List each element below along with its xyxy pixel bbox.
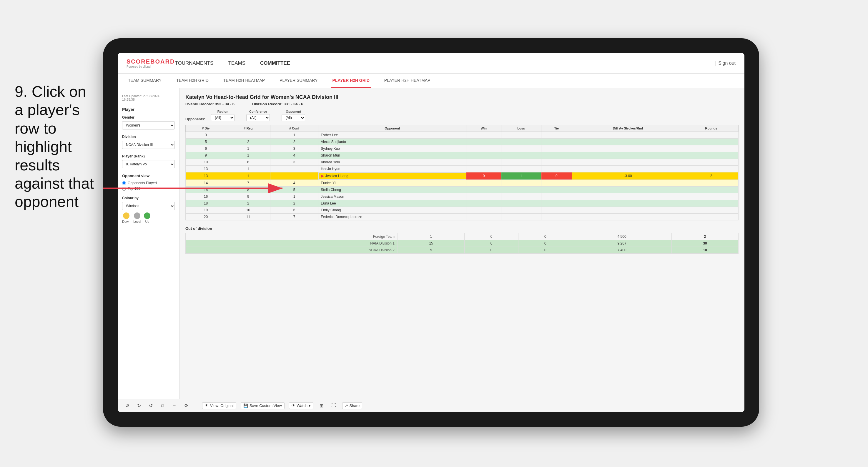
tab-team-summary[interactable]: TEAM SUMMARY xyxy=(126,73,163,88)
watch-button[interactable]: 👁 Watch ▾ xyxy=(289,402,313,409)
cell-reg: 1 xyxy=(226,166,270,173)
ood-rounds: 30 xyxy=(672,240,738,247)
cell-diff xyxy=(572,207,684,214)
tab-player-summary[interactable]: PLAYER SUMMARY xyxy=(278,73,319,88)
cell-opponent: Federica Domecq Lacroze xyxy=(318,214,466,220)
table-row[interactable]: 9 1 4 Sharon Mun xyxy=(186,152,739,159)
radio-opponents-played[interactable]: Opponents Played xyxy=(122,181,175,185)
cell-opponent: Stella Cheng xyxy=(318,187,466,193)
opponent-filter-select[interactable]: (All) xyxy=(282,114,305,121)
sync-button[interactable]: ⟳ xyxy=(183,402,190,409)
table-row[interactable]: 14 7 4 Eunice Yi xyxy=(186,180,739,187)
tab-player-h2h-grid[interactable]: PLAYER H2H GRID xyxy=(331,73,371,88)
ood-diff: 9.267 xyxy=(572,240,672,247)
colour-by-select[interactable]: Win/loss xyxy=(122,202,175,210)
view-original-button[interactable]: 👁 View: Original xyxy=(202,402,236,409)
circle-level xyxy=(134,213,141,219)
nav-committee[interactable]: COMMITTEE xyxy=(260,59,290,68)
radio-top100[interactable]: Top 100 xyxy=(122,187,175,191)
gender-section: Gender Women's xyxy=(122,115,175,129)
tab-player-h2h-heatmap[interactable]: PLAYER H2H HEATMAP xyxy=(383,73,432,88)
table-row[interactable]: 13 1 ▶Jessica Huang 0 1 0 -3.00 2 xyxy=(186,173,739,180)
player-rank-select[interactable]: 8. Katelyn Vo xyxy=(122,160,175,168)
region-filter-group: Region (All) xyxy=(211,110,235,121)
table-row[interactable]: 5 2 2 Alexis Sudjianto xyxy=(186,138,739,145)
cell-conf: 5 xyxy=(270,187,318,193)
cell-conf: 3 xyxy=(270,145,318,152)
ood-name: NCAA Division 2 xyxy=(186,247,398,254)
conference-filter-select[interactable]: (All) xyxy=(246,114,270,121)
cell-diff xyxy=(572,138,684,145)
nav-tournaments[interactable]: TOURNAMENTS xyxy=(175,59,213,68)
table-row[interactable]: 3 1 Esther Lee xyxy=(186,132,739,138)
instruction-number: 9. xyxy=(15,83,27,100)
cell-loss xyxy=(501,159,541,166)
cell-loss xyxy=(501,138,541,145)
cell-conf: 3 xyxy=(270,159,318,166)
cell-loss xyxy=(501,166,541,173)
fullscreen-button[interactable]: ⛶ xyxy=(330,402,338,409)
ood-table-row[interactable]: NCAA Division 2 5 0 0 7.400 10 xyxy=(186,247,739,254)
table-row[interactable]: 13 1 HeeJo Hyun xyxy=(186,166,739,173)
circle-up-label: Up xyxy=(145,220,149,223)
redo-button[interactable]: ↻ xyxy=(135,402,143,409)
table-row[interactable]: 18 2 2 Euna Lee xyxy=(186,200,739,207)
table-row[interactable]: 15 8 5 Stella Cheng xyxy=(186,187,739,193)
ood-diff: 4.500 xyxy=(572,234,672,240)
share-label: Share xyxy=(349,403,360,408)
instruction-body: Click on a player's row to highlight res… xyxy=(15,83,94,210)
cell-tie: 0 xyxy=(541,173,572,180)
share-button[interactable]: ↗ Share xyxy=(342,402,363,409)
arrow-button[interactable]: → xyxy=(170,402,178,409)
table-row[interactable]: 10 6 3 Andrea York xyxy=(186,159,739,166)
data-area: Katelyn Vo Head-to-Head Grid for Women's… xyxy=(180,88,744,399)
region-filter-label: Region xyxy=(211,110,235,113)
cell-loss xyxy=(501,200,541,207)
ood-table-row[interactable]: Foreign Team 1 0 0 4.500 2 xyxy=(186,234,739,240)
division-section: Division NCAA Division III xyxy=(122,135,175,149)
undo-button[interactable]: ↺ xyxy=(124,402,131,409)
copy-button[interactable]: ⧉ xyxy=(159,402,166,409)
table-row[interactable]: 16 9 1 Jessica Mason xyxy=(186,193,739,200)
cell-diff xyxy=(572,214,684,220)
save-custom-button[interactable]: 💾 Save Custom View xyxy=(241,402,284,409)
cell-div: 3 xyxy=(186,132,226,138)
cell-tie xyxy=(541,138,572,145)
cell-conf: 1 xyxy=(270,132,318,138)
nav-teams[interactable]: TEAMS xyxy=(228,59,245,68)
cell-reg: 1 xyxy=(226,152,270,159)
cell-tie xyxy=(541,145,572,152)
ood-table-row[interactable]: NAIA Division 1 15 0 0 9.267 30 xyxy=(186,240,739,247)
cell-rounds xyxy=(684,187,739,193)
cell-tie xyxy=(541,207,572,214)
cell-win xyxy=(466,145,501,152)
opponent-view-title: Opponent view xyxy=(122,174,175,178)
cell-diff xyxy=(572,187,684,193)
cell-rounds xyxy=(684,193,739,200)
table-row[interactable]: 6 1 3 Sydney Kuo xyxy=(186,145,739,152)
cell-div: 13 xyxy=(186,166,226,173)
opponent-view-section: Opponent view Opponents Played Top 100 xyxy=(122,174,175,191)
sign-out-button[interactable]: Sign out xyxy=(718,61,736,66)
grid-title: Katelyn Vo Head-to-Head Grid for Women's… xyxy=(185,94,739,100)
refresh-button[interactable]: ↺ xyxy=(147,402,154,409)
cell-loss xyxy=(501,214,541,220)
tab-team-h2h-grid[interactable]: TEAM H2H GRID xyxy=(175,73,210,88)
ood-win: 1 xyxy=(398,234,464,240)
cell-opponent: Sydney Kuo xyxy=(318,145,466,152)
cell-win xyxy=(466,180,501,187)
cell-loss xyxy=(501,187,541,193)
table-row[interactable]: 20 11 7 Federica Domecq Lacroze xyxy=(186,214,739,220)
ood-rounds: 10 xyxy=(672,247,738,254)
overall-record: Overall Record: 353 - 34 - 6 xyxy=(185,102,235,106)
region-filter-select[interactable]: (All) xyxy=(211,114,235,121)
cell-opponent: Alexis Sudjianto xyxy=(318,138,466,145)
cell-win xyxy=(466,159,501,166)
division-select[interactable]: NCAA Division III xyxy=(122,141,175,149)
tab-team-h2h-heatmap[interactable]: TEAM H2H HEATMAP xyxy=(222,73,266,88)
gender-select[interactable]: Women's xyxy=(122,121,175,129)
resize-button[interactable]: ⊞ xyxy=(318,402,325,409)
cell-rounds xyxy=(684,132,739,138)
table-row[interactable]: 19 10 6 Emily Chang xyxy=(186,207,739,214)
cell-win xyxy=(466,193,501,200)
